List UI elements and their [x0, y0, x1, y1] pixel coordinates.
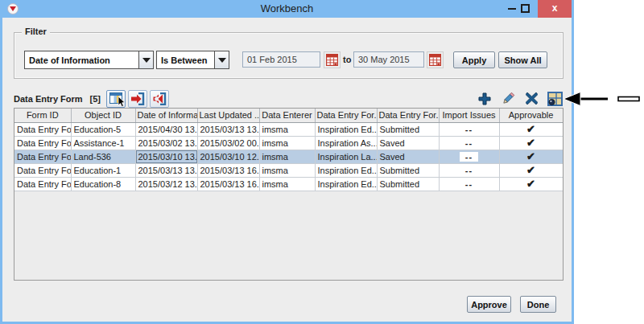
cell[interactable]: 2015/03/13 16...	[197, 163, 259, 177]
column-header-7[interactable]: Import Issues	[439, 109, 499, 122]
column-header-3[interactable]: Last Updated ...	[197, 109, 259, 122]
table-row[interactable]: Data Entry For...Assistance-12015/03/02 …	[14, 136, 563, 150]
filter-field-dropdown[interactable]: Date of Information	[24, 51, 154, 69]
column-header-0[interactable]: Form ID	[14, 109, 71, 122]
minimize-icon[interactable]	[508, 8, 516, 10]
filter-group-title: Filter	[22, 27, 50, 36]
cell[interactable]: Data Entry For...	[14, 136, 71, 150]
chevron-down-icon[interactable]	[214, 51, 229, 68]
cell[interactable]: Data Entry For...	[14, 150, 71, 163]
cell[interactable]: ✔	[499, 150, 563, 163]
approve-button[interactable]: Approve	[467, 296, 511, 313]
list-count-badge: [5]	[90, 94, 101, 104]
cell[interactable]: imsma	[259, 163, 315, 177]
table-row[interactable]: Data Entry For...Education-12015/03/13 1…	[14, 163, 563, 177]
close-icon[interactable]: x	[538, 0, 572, 18]
to-label: to	[343, 55, 351, 64]
column-header-8[interactable]: Approvable	[499, 109, 563, 122]
show-all-button[interactable]: Show All	[498, 51, 547, 68]
cell[interactable]: Data Entry For...	[14, 122, 71, 136]
calendar-icon	[429, 54, 441, 66]
cell[interactable]: imsma	[259, 122, 315, 136]
edit-button[interactable]	[499, 90, 517, 108]
delete-x-icon	[526, 92, 538, 105]
cell[interactable]: Submitted	[377, 163, 439, 177]
window-title: Workbench	[0, 2, 574, 14]
list-title: Data Entry Form	[14, 94, 83, 104]
cell[interactable]: ✔	[499, 163, 563, 177]
send-form-button[interactable]	[128, 90, 147, 108]
cell[interactable]: 2015/03/02 13...	[135, 136, 197, 150]
chevron-down-icon[interactable]	[138, 51, 153, 68]
retrieve-form-button[interactable]	[150, 90, 169, 108]
cell[interactable]: Submitted	[377, 177, 439, 191]
cell[interactable]: Inspiration Ed...	[315, 163, 377, 177]
cell[interactable]: Submitted	[377, 122, 439, 136]
titlebar[interactable]: Workbench x	[0, 0, 574, 18]
date-to-field[interactable]: 30 May 2015	[353, 51, 424, 68]
add-button[interactable]	[476, 90, 493, 108]
column-header-5[interactable]: Data Entry For...	[315, 109, 377, 122]
callout-dash	[618, 97, 639, 101]
table-row[interactable]: Data Entry For...Education-52015/04/30 1…	[14, 122, 563, 136]
date-to-calendar-button[interactable]	[427, 51, 444, 68]
cell[interactable]: Inspiration Ed...	[315, 177, 377, 191]
column-header-6[interactable]: Data Entry For...	[377, 109, 439, 122]
add-icon	[478, 92, 491, 105]
cell[interactable]: ✔	[499, 136, 563, 150]
column-header-4[interactable]: Data Enterer	[259, 109, 315, 122]
cell[interactable]: 2015/03/10 13...	[135, 150, 197, 163]
cell[interactable]: Data Entry For...	[14, 177, 71, 191]
cell[interactable]: Saved	[377, 136, 439, 150]
done-button[interactable]: Done	[520, 296, 556, 313]
cell[interactable]: ✔	[499, 177, 563, 191]
delete-button[interactable]	[522, 90, 540, 108]
send-form-icon	[130, 92, 145, 105]
cell[interactable]: Data Entry For...	[14, 163, 71, 177]
cell[interactable]: imsma	[259, 150, 315, 163]
cell[interactable]: 2015/04/30 13...	[135, 122, 197, 136]
workbench-window: Workbench x Filter Date of Information I…	[0, 0, 574, 324]
cell[interactable]: Inspiration La...	[315, 150, 377, 163]
callout-arrow-left	[559, 88, 644, 109]
cell[interactable]: 2015/03/13 13...	[197, 122, 259, 136]
cell[interactable]: 2015/03/13 13...	[135, 163, 197, 177]
cell[interactable]: --	[439, 150, 499, 163]
retrieve-form-icon	[152, 92, 167, 105]
screenshot-stage: Workbench x Filter Date of Information I…	[0, 0, 644, 324]
cell[interactable]: Saved	[377, 150, 439, 163]
cell[interactable]: imsma	[259, 136, 315, 150]
cell[interactable]: Land-536	[71, 150, 135, 163]
cell[interactable]: 2015/03/02 00...	[197, 136, 259, 150]
cell[interactable]: Education-8	[71, 177, 135, 191]
list-toolbar: Data Entry Form [5]	[14, 88, 564, 109]
filter-operator-dropdown[interactable]: Is Between	[156, 51, 229, 69]
table-grid: Form IDObject IDDate of Informa...Last U…	[14, 109, 564, 191]
date-from-calendar-button[interactable]	[324, 51, 341, 68]
cell[interactable]: 2015/03/10 12...	[197, 150, 259, 163]
cell[interactable]: Assistance-1	[71, 136, 135, 150]
grid-view-button[interactable]	[106, 90, 126, 108]
cell[interactable]: Education-5	[71, 122, 135, 136]
column-header-1[interactable]: Object ID	[71, 109, 135, 122]
cell[interactable]: ✔	[499, 122, 563, 136]
date-from-field[interactable]: 01 Feb 2015	[242, 51, 320, 68]
cell[interactable]: imsma	[259, 177, 315, 191]
cell[interactable]: Inspiration Ed...	[315, 122, 377, 136]
filter-operator-value: Is Between	[161, 55, 207, 65]
cell[interactable]: 2015/03/12 13...	[135, 177, 197, 191]
cell[interactable]: --	[439, 177, 499, 191]
cell[interactable]: --	[439, 122, 499, 136]
cell[interactable]: --	[439, 136, 499, 150]
edit-pencil-icon	[502, 92, 515, 105]
cell[interactable]: Education-1	[71, 163, 135, 177]
table-row[interactable]: Data Entry For...Land-5362015/03/10 13..…	[14, 150, 563, 163]
apply-button[interactable]: Apply	[453, 51, 495, 68]
cell[interactable]: 2015/03/13 16...	[197, 177, 259, 191]
cell[interactable]: Inspiration As...	[315, 136, 377, 150]
maximize-icon[interactable]	[521, 4, 530, 13]
column-header-2[interactable]: Date of Informa...	[135, 109, 197, 122]
filter-field-value: Date of Information	[29, 55, 110, 65]
cell[interactable]: --	[439, 163, 499, 177]
table-row[interactable]: Data Entry For...Education-82015/03/12 1…	[14, 177, 563, 191]
